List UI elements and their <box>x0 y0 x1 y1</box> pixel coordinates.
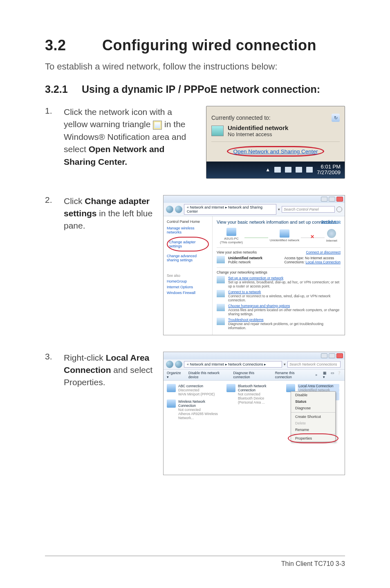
sidebar-internet-options[interactable]: Internet Options <box>167 285 209 289</box>
organize-menu[interactable]: Organize ▾ <box>167 371 183 379</box>
callout-oval: Open Network and Sharing Center <box>227 146 324 157</box>
active-network-icon <box>217 256 225 263</box>
step-1-number: 1. <box>45 106 64 179</box>
toolbar-diagnose[interactable]: Diagnose this connection <box>233 371 269 379</box>
tray-time: 6:01 PM <box>317 164 341 170</box>
sidebar-wireless[interactable]: Manage wireless networks <box>167 226 209 234</box>
setup-connection-link[interactable]: Set up a new connection or network <box>228 276 283 280</box>
see-full-map-link[interactable]: See full map <box>321 220 341 224</box>
connections-pane: ABC connectionDisconnectedWAN Miniport (… <box>164 381 345 475</box>
connection-item[interactable]: Wireless Network ConnectionNot connected… <box>167 399 220 420</box>
preview-pane-button[interactable]: ▭ <box>331 371 334 379</box>
pc-icon <box>226 228 236 236</box>
ctx-rename[interactable]: Rename <box>291 426 335 433</box>
connect-disconnect-link[interactable]: Connect or disconnect <box>306 250 341 254</box>
subsection-title: 3.2.1 Using a dynamic IP / PPPoE network… <box>45 83 345 95</box>
toolbar-disable[interactable]: Disable this network device <box>188 371 228 379</box>
view-icons-button[interactable]: ▦ ▾ <box>323 371 328 379</box>
step-3-pre: Right-click <box>64 353 106 362</box>
network-status: No Internet access <box>228 131 288 137</box>
system-tray: ▲ 6:01 PM 7/27/2009 <box>206 162 345 178</box>
nav-back-button[interactable] <box>166 361 173 368</box>
homegroup-link[interactable]: Choose homegroup and sharing options <box>228 304 290 308</box>
left-sidebar: Control Panel Home Manage wireless netwo… <box>164 216 213 335</box>
sidebar-home[interactable]: Control Panel Home <box>167 220 209 224</box>
troubleshoot-icon <box>217 318 225 325</box>
tray-clock[interactable]: 6:01 PM 7/27/2009 <box>317 164 341 176</box>
tray-action-icon[interactable] <box>285 167 291 173</box>
step-2-number: 2. <box>45 195 64 335</box>
connection-item[interactable]: Bluetooth Network ConnectionNot connecte… <box>226 384 280 420</box>
close-button[interactable] <box>336 353 343 358</box>
sidebar-homegroup[interactable]: HomeGroup <box>167 279 209 283</box>
connection-icon <box>226 384 235 392</box>
nav-forward-button[interactable] <box>175 361 182 368</box>
ctx-create-shortcut[interactable]: Create Shortcut <box>291 413 335 420</box>
connection-icon <box>167 399 176 408</box>
conn-status: Disconnected <box>178 388 215 392</box>
search-input[interactable]: Search Control Panel <box>282 206 335 213</box>
maximize-button[interactable] <box>329 353 335 358</box>
conn-name: Wireless Network Connection <box>178 399 220 408</box>
network-connections-window: « Network and Internet ▸ Network Connect… <box>163 352 345 475</box>
access-type-label: Access type: <box>284 256 304 260</box>
toolbar-rename[interactable]: Rename this connection <box>275 371 310 379</box>
network-icon <box>211 126 224 136</box>
sidebar-firewall[interactable]: Windows Firewall <box>167 291 209 295</box>
ctx-status[interactable]: Status <box>291 398 335 405</box>
map-unidentified: Unidentified network <box>270 238 299 242</box>
ctx-delete: Delete <box>291 420 335 426</box>
active-net-type: Public network <box>228 260 281 264</box>
step-1-text: Click the network icon with a yellow war… <box>64 106 198 179</box>
tray-volume-icon[interactable] <box>306 167 313 173</box>
search-input[interactable]: Search Network Connections <box>287 361 341 368</box>
nav-forward-button[interactable] <box>175 206 182 213</box>
section-heading: Configuring wired connection <box>102 37 316 54</box>
main-pane: See full map View your basic network inf… <box>213 216 345 335</box>
breadcrumb[interactable]: « Network and Internet ▸ Network Connect… <box>184 361 282 368</box>
ctx-properties[interactable]: Properties <box>291 435 335 442</box>
footer-rule <box>45 556 345 556</box>
tray-flag-icon[interactable] <box>274 167 281 173</box>
access-type-value: No Internet access <box>305 256 334 260</box>
section-number: 3.2 <box>45 37 102 54</box>
sidebar-advanced-sharing[interactable]: Change advanced sharing settings <box>167 254 209 262</box>
setup-icon <box>217 276 225 283</box>
section-title: 3.2Configuring wired connection <box>45 37 345 54</box>
window-titlebar <box>164 195 345 203</box>
minimize-button[interactable] <box>321 197 327 202</box>
troubleshoot-link[interactable]: Troubleshoot problems <box>228 318 264 322</box>
sidebar-adapter-settings[interactable]: Change adapter settings <box>169 240 206 248</box>
map-internet: Internet <box>326 239 337 242</box>
change-settings-label: Change your networking settings <box>217 270 341 274</box>
nav-back-button[interactable] <box>166 206 173 213</box>
ctx-diagnose[interactable]: Diagnose <box>291 405 335 411</box>
address-bar: « Network and Internet ▸ Network and Sha… <box>164 203 345 216</box>
close-button[interactable] <box>336 197 343 202</box>
minimize-button[interactable] <box>321 353 327 358</box>
open-network-center-link[interactable]: Open Network and Sharing Center <box>233 148 318 155</box>
connection-item[interactable]: ABC connectionDisconnectedWAN Miniport (… <box>167 384 220 396</box>
troubleshoot-desc: Diagnose and repair network problems, or… <box>228 322 341 330</box>
tray-network-icon[interactable] <box>296 167 302 173</box>
search-icon[interactable] <box>336 206 342 212</box>
tray-popup: Currently connected to: ↻ Unidentified n… <box>206 106 345 179</box>
connections-label: Connections: <box>284 260 305 264</box>
ctx-disable[interactable]: Disable <box>291 392 335 398</box>
breadcrumb[interactable]: « Network and Internet ▸ Network and Sha… <box>184 204 276 215</box>
map-pc-sub: (This computer) <box>220 240 243 244</box>
homegroup-desc: Access files and printers located on oth… <box>228 308 341 316</box>
local-area-conn-link[interactable]: Local Area Connection <box>305 260 341 264</box>
network-warning-icon <box>153 121 162 130</box>
help-button[interactable]: ❔ <box>337 371 341 379</box>
connect-network-link[interactable]: Connect to a network <box>228 290 261 294</box>
setup-connection-desc: Set up a wireless, broadband, dial-up, a… <box>228 280 341 288</box>
refresh-icon[interactable]: ↻ <box>332 114 340 122</box>
conn-device: Atheros AR9285 Wireless Network... <box>178 412 220 420</box>
toolbar-more[interactable]: » <box>315 373 317 377</box>
conn-status: Not connected <box>238 392 280 396</box>
maximize-button[interactable] <box>329 197 335 202</box>
tray-arrow-icon[interactable]: ▲ <box>265 167 270 173</box>
window-titlebar <box>164 352 345 359</box>
network-node-icon <box>280 229 289 238</box>
